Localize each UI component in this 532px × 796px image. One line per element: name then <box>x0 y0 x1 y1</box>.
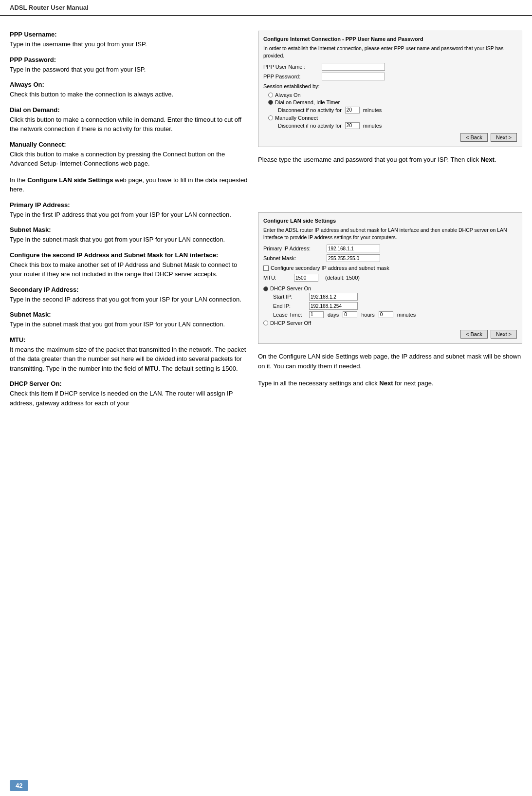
secondary-ip-body: Type in the second IP address that you g… <box>10 295 248 304</box>
dhcp-off-row[interactable]: DHCP Server Off <box>263 320 517 326</box>
section-configure-lan-intro: In the Configure LAN side Settings web p… <box>10 175 248 194</box>
lan-screenshot: Configure LAN side Settings Enter the AD… <box>258 212 522 344</box>
page-header: ADSL Router User Manual <box>0 0 532 16</box>
dhcp-server-on-title: DHCP Server On: <box>10 380 248 387</box>
primary-ip-form-label: Primary IP Address: <box>263 246 327 251</box>
dial-on-demand-title: Dial on Demand: <box>10 106 248 114</box>
lan-next-button[interactable]: Next > <box>491 330 517 339</box>
ppp-back-button[interactable]: < Back <box>460 133 488 142</box>
subnet-mask-form-row: Subnet Mask: 255.255.255.0 <box>263 254 517 262</box>
configure-second-ip-title: Configure the second IP Address and Subn… <box>10 251 248 259</box>
ppp-username-body: Type in the username that you got from y… <box>10 39 248 49</box>
dhcp-off-label: DHCP Server Off <box>270 320 311 326</box>
page-number: 42 <box>10 780 28 791</box>
ppp-username-input[interactable] <box>322 63 385 71</box>
dhcp-lease-hours-label: hours <box>361 312 375 318</box>
primary-ip-form-input[interactable]: 192.168.1.1 <box>327 245 380 252</box>
minutes-label-2: minutes <box>363 123 382 129</box>
always-on-option[interactable]: Always On <box>268 92 517 98</box>
subnet-mask-form-label: Subnet Mask: <box>263 255 327 261</box>
primary-ip-title: Primary IP Address: <box>10 201 248 208</box>
lan-caption-1: On the Configure LAN side Settings web p… <box>258 352 522 371</box>
dhcp-section: DHCP Server On Start IP: 192.168.1.2 End… <box>263 285 517 326</box>
session-label-row: Session established by: <box>263 83 517 89</box>
dhcp-on-label: DHCP Server On <box>270 285 311 291</box>
dhcp-start-input[interactable]: 192.168.1.2 <box>309 293 358 301</box>
section-secondary-ip: Secondary IP Address: Type in the second… <box>10 286 248 304</box>
minutes-label-1: minutes <box>363 107 382 113</box>
section-subnet-mask-2: Subnet Mask: Type in the subnet mask tha… <box>10 311 248 329</box>
dhcp-lease-minutes-label: minutes <box>397 312 416 318</box>
section-manually-connect: Manually Connect: Click this button to m… <box>10 141 248 169</box>
always-on-body: Check this button to make the connection… <box>10 90 248 99</box>
subnet-mask-2-body: Type in the subnet mask that you got fro… <box>10 320 248 329</box>
dial-on-demand-option[interactable]: Dial on Demand, Idle Timer <box>268 99 517 105</box>
subnet-mask-1-body: Type in the subnet mask that you got fro… <box>10 235 248 245</box>
subnet-mask-form-input[interactable]: 255.255.255.0 <box>327 254 380 262</box>
always-on-radio[interactable] <box>268 93 273 97</box>
ppp-username-row: PPP User Name : <box>263 63 517 71</box>
secondary-ip-title: Secondary IP Address: <box>10 286 248 293</box>
mtu-form-input[interactable]: 1500 <box>294 274 318 282</box>
dhcp-end-label: End IP: <box>273 303 307 309</box>
configure-second-ip-body: Check this box to make another set of IP… <box>10 260 248 279</box>
dhcp-on-radio[interactable] <box>263 286 268 291</box>
disconnect-input-2[interactable]: 20 <box>345 122 360 129</box>
lan-btn-row: < Back Next > <box>263 330 517 339</box>
always-on-option-label: Always On <box>275 92 301 98</box>
disconnect-activity-option-2: Disconnect if no activity for 20 minutes <box>278 122 517 129</box>
ppp-password-body: Type in the password that you got from y… <box>10 65 248 75</box>
section-mtu: MTU: It means the maximum size of the pa… <box>10 336 248 374</box>
always-on-title: Always On: <box>10 81 248 88</box>
configure-secondary-checkbox[interactable] <box>263 265 269 271</box>
dhcp-lease-days-input[interactable]: 1 <box>309 311 324 318</box>
ppp-password-input[interactable] <box>322 73 385 80</box>
ppp-screenshot-title: Configure Internet Connection - PPP User… <box>263 36 517 42</box>
dhcp-lease-row: Lease Time: 1 days 0 hours 0 minutes <box>273 311 517 318</box>
disconnect-label-2: Disconnect if no activity for <box>278 123 342 129</box>
session-label: Session established by: <box>263 83 320 89</box>
configure-secondary-row[interactable]: Configure secondary IP address and subne… <box>263 265 517 271</box>
section-primary-ip: Primary IP Address: Type in the first IP… <box>10 201 248 220</box>
section-dhcp-server-on: DHCP Server On: Check this item if DHCP … <box>10 380 248 408</box>
right-column: Configure Internet Connection - PPP User… <box>258 31 522 415</box>
dhcp-lease-minutes-input[interactable]: 0 <box>379 311 393 318</box>
manually-connect-option-label: Manually Connect <box>275 115 318 121</box>
mtu-form-row: MTU: 1500 (default: 1500) <box>263 274 517 282</box>
dhcp-off-radio[interactable] <box>263 321 268 325</box>
manually-connect-radio[interactable] <box>268 115 273 120</box>
ppp-next-button[interactable]: Next > <box>491 133 517 142</box>
dhcp-lease-hours-input[interactable]: 0 <box>343 311 357 318</box>
lan-screenshot-title: Configure LAN side Settings <box>263 218 517 224</box>
ppp-password-row: PPP Password: <box>263 73 517 80</box>
primary-ip-body: Type in the first IP address that you go… <box>10 210 248 220</box>
lan-caption-2: Type in all the necessary settings and c… <box>258 379 522 388</box>
disconnect-input-1[interactable]: 20 <box>345 107 360 114</box>
dial-on-demand-body: Click this button to make a connection w… <box>10 115 248 134</box>
manually-connect-option[interactable]: Manually Connect <box>268 115 517 121</box>
mtu-form-label: MTU: <box>263 275 290 281</box>
disconnect-label-1: Disconnect if no activity for <box>278 107 342 113</box>
section-subnet-mask-1: Subnet Mask: Type in the subnet mask tha… <box>10 226 248 245</box>
ppp-username-title: PPP Username: <box>10 31 248 38</box>
dhcp-start-row: Start IP: 192.168.1.2 <box>273 293 517 301</box>
ppp-screenshot-desc: In order to establish the Internet conne… <box>263 45 517 59</box>
primary-ip-form-row: Primary IP Address: 192.168.1.1 <box>263 245 517 252</box>
main-content: PPP Username: Type in the username that … <box>0 16 532 424</box>
dhcp-end-input[interactable]: 192.168.1.254 <box>309 302 358 310</box>
dial-on-demand-radio[interactable] <box>268 100 273 105</box>
manually-connect-title: Manually Connect: <box>10 141 248 148</box>
mtu-title: MTU: <box>10 336 248 343</box>
configure-secondary-label: Configure secondary IP address and subne… <box>271 265 389 271</box>
lan-back-button[interactable]: < Back <box>460 330 488 339</box>
section-always-on: Always On: Check this button to make the… <box>10 81 248 99</box>
dhcp-server-on-body: Check this item if DHCP service is neede… <box>10 389 248 408</box>
dhcp-start-label: Start IP: <box>273 294 307 300</box>
dhcp-end-row: End IP: 192.168.1.254 <box>273 302 517 310</box>
left-column: PPP Username: Type in the username that … <box>10 31 248 415</box>
ppp-screenshot: Configure Internet Connection - PPP User… <box>258 31 522 147</box>
section-dial-on-demand: Dial on Demand: Click this button to mak… <box>10 106 248 134</box>
manually-connect-body: Click this button to make a connection b… <box>10 150 248 169</box>
dhcp-on-row[interactable]: DHCP Server On <box>263 285 517 291</box>
ppp-password-title: PPP Password: <box>10 56 248 63</box>
